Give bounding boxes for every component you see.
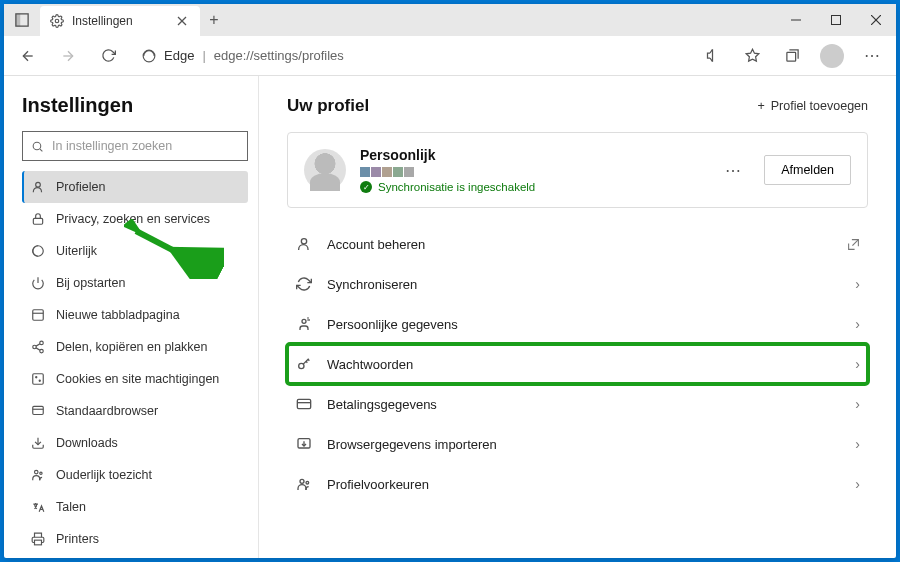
printer-icon bbox=[30, 532, 46, 546]
power-icon bbox=[30, 276, 46, 290]
chevron-right-icon: › bbox=[855, 276, 860, 292]
sidebar-item-label: Bij opstarten bbox=[56, 276, 125, 290]
option-manage-account[interactable]: Account beheren bbox=[287, 224, 868, 264]
svg-line-52 bbox=[306, 361, 307, 362]
option-personal-data[interactable]: Persoonlijke gegevens› bbox=[287, 304, 868, 344]
close-window-button[interactable] bbox=[856, 4, 896, 36]
sidebar-item-defaultbrowser[interactable]: Standaardbrowser bbox=[22, 395, 248, 427]
contact-icon bbox=[295, 316, 313, 332]
minimize-button[interactable] bbox=[776, 4, 816, 36]
profile-card: Persoonlijk ✓ Synchronisatie is ingescha… bbox=[287, 132, 868, 208]
collections-button[interactable] bbox=[776, 40, 808, 72]
plus-icon: + bbox=[757, 99, 764, 113]
svg-rect-20 bbox=[33, 310, 44, 321]
chevron-right-icon: › bbox=[855, 396, 860, 412]
svg-rect-53 bbox=[297, 399, 310, 408]
sync-status: ✓ Synchronisatie is ingeschakeld bbox=[360, 181, 704, 193]
favorites-button[interactable] bbox=[736, 40, 768, 72]
profile-info: Persoonlijk ✓ Synchronisatie is ingescha… bbox=[360, 147, 704, 193]
browser-icon bbox=[30, 404, 46, 418]
people-icon bbox=[295, 476, 313, 492]
settings-main: Uw profiel + Profiel toevoegen Persoonli… bbox=[259, 76, 896, 558]
add-profile-button[interactable]: + Profiel toevoegen bbox=[757, 99, 868, 113]
tab-settings[interactable]: Instellingen bbox=[40, 6, 200, 36]
sidebar-item-newtab[interactable]: Nieuwe tabbladpagina bbox=[22, 299, 248, 331]
settings-search[interactable] bbox=[22, 131, 248, 161]
profile-more-button[interactable]: ⋯ bbox=[718, 154, 750, 186]
svg-line-26 bbox=[36, 348, 40, 350]
sidebar-item-label: Standaardbrowser bbox=[56, 404, 158, 418]
svg-point-45 bbox=[301, 239, 306, 244]
sidebar-item-cookies[interactable]: Cookies en site machtigingen bbox=[22, 363, 248, 395]
option-label: Browsergegevens importeren bbox=[327, 437, 841, 452]
sidebar-item-family[interactable]: Ouderlijk toezicht bbox=[22, 459, 248, 491]
url-scheme: Edge bbox=[164, 48, 194, 63]
sidebar-item-languages[interactable]: Talen bbox=[22, 491, 248, 523]
sidebar-item-label: Profielen bbox=[56, 180, 105, 194]
svg-rect-6 bbox=[832, 16, 841, 25]
url-field[interactable]: Edge | edge://settings/profiles bbox=[132, 41, 688, 71]
sidebar-item-system[interactable]: Systeem bbox=[22, 555, 248, 558]
back-button[interactable] bbox=[12, 40, 44, 72]
titlebar: Instellingen + bbox=[4, 4, 896, 36]
sidebar-item-label: Downloads bbox=[56, 436, 118, 450]
profile-avatar-button[interactable] bbox=[816, 40, 848, 72]
svg-line-15 bbox=[40, 149, 42, 151]
svg-point-23 bbox=[33, 345, 37, 349]
download-icon bbox=[30, 436, 46, 450]
svg-point-57 bbox=[300, 479, 304, 483]
option-sync[interactable]: Synchroniseren› bbox=[287, 264, 868, 304]
check-icon: ✓ bbox=[360, 181, 372, 193]
signout-button[interactable]: Afmelden bbox=[764, 155, 851, 185]
sidebar-item-share[interactable]: Delen, kopiëren en plakken bbox=[22, 331, 248, 363]
window-controls bbox=[776, 4, 896, 36]
sync-status-text: Synchronisatie is ingeschakeld bbox=[378, 181, 535, 193]
svg-rect-35 bbox=[35, 540, 42, 545]
option-payments[interactable]: Betalingsgegevens› bbox=[287, 384, 868, 424]
sidebar-item-appearance[interactable]: Uiterlijk bbox=[22, 235, 248, 267]
option-label: Synchroniseren bbox=[327, 277, 841, 292]
external-icon bbox=[847, 238, 860, 251]
sidebar-item-downloads[interactable]: Downloads bbox=[22, 427, 248, 459]
sidebar-title: Instellingen bbox=[22, 94, 248, 117]
settings-search-input[interactable] bbox=[52, 139, 239, 153]
browser-window: Instellingen + Edge | edge://settings/pr… bbox=[4, 4, 896, 558]
refresh-button[interactable] bbox=[92, 40, 124, 72]
more-menu-button[interactable]: ⋯ bbox=[856, 40, 888, 72]
read-aloud-button[interactable] bbox=[696, 40, 728, 72]
svg-point-46 bbox=[302, 319, 306, 323]
page-title: Uw profiel bbox=[287, 96, 369, 116]
option-preferences[interactable]: Profielvoorkeuren› bbox=[287, 464, 868, 504]
new-tab-button[interactable]: + bbox=[200, 6, 228, 34]
svg-point-28 bbox=[36, 377, 37, 378]
forward-button[interactable] bbox=[52, 40, 84, 72]
color-strip bbox=[360, 167, 704, 177]
person-icon bbox=[295, 236, 313, 252]
sidebar-item-profiles[interactable]: Profielen bbox=[22, 171, 248, 203]
gear-icon bbox=[50, 14, 64, 28]
sidebar-item-label: Ouderlijk toezicht bbox=[56, 468, 152, 482]
content-area: Instellingen Profielen Privacy, zoeken e… bbox=[4, 76, 896, 558]
sidebar-item-label: Privacy, zoeken en services bbox=[56, 212, 210, 226]
maximize-button[interactable] bbox=[816, 4, 856, 36]
option-passwords[interactable]: Wachtwoorden› bbox=[287, 344, 868, 384]
svg-rect-30 bbox=[33, 406, 44, 414]
profile-avatar bbox=[304, 149, 346, 191]
svg-point-16 bbox=[36, 182, 41, 187]
search-icon bbox=[31, 140, 44, 153]
chevron-right-icon: › bbox=[855, 356, 860, 372]
sidebar-item-printers[interactable]: Printers bbox=[22, 523, 248, 555]
close-tab-button[interactable] bbox=[174, 13, 190, 29]
sidebar-item-label: Cookies en site machtigingen bbox=[56, 372, 219, 386]
sidebar-item-label: Printers bbox=[56, 532, 99, 546]
sidebar-item-startup[interactable]: Bij opstarten bbox=[22, 267, 248, 299]
lock-icon bbox=[30, 212, 46, 226]
svg-rect-1 bbox=[16, 14, 20, 26]
profile-icon bbox=[30, 180, 46, 194]
brush-icon bbox=[30, 244, 46, 258]
key-icon bbox=[295, 356, 313, 372]
sidebar-item-privacy[interactable]: Privacy, zoeken en services bbox=[22, 203, 248, 235]
sync-icon bbox=[295, 276, 313, 292]
option-import[interactable]: Browsergegevens importeren› bbox=[287, 424, 868, 464]
app-icon bbox=[12, 6, 32, 34]
